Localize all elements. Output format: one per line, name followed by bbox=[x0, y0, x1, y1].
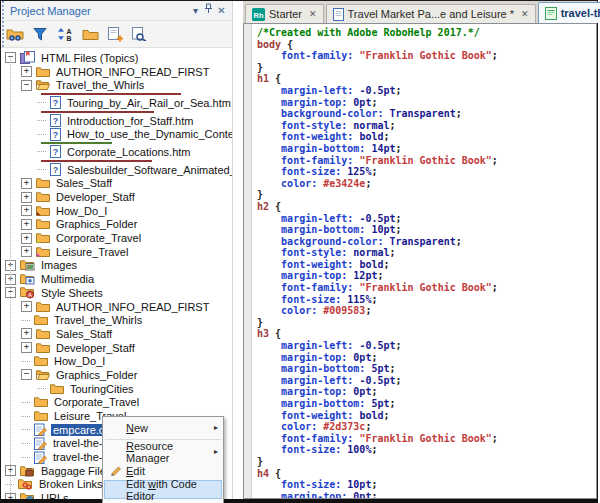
tree-item-how-do-i[interactable]: +How_Do_I bbox=[1, 204, 232, 218]
expand-icon[interactable]: + bbox=[21, 178, 32, 189]
panel-menu-icon[interactable]: ▾ bbox=[189, 2, 202, 19]
urls-icon bbox=[20, 492, 35, 499]
code-editor[interactable]: /*Created with Adobe RoboHelp 2017.*/bod… bbox=[243, 23, 597, 499]
tree-item-label: Developer_Staff bbox=[54, 191, 137, 203]
tree-item-corporate-travel[interactable]: +Corporate_Travel bbox=[1, 231, 232, 245]
tree-item-graphics-folder[interactable]: −Graphics_Folder bbox=[1, 368, 232, 382]
code-line: background-color: Transparent; bbox=[257, 236, 596, 248]
tree-item-label: Sales_Staff bbox=[54, 328, 114, 340]
tree-connector bbox=[21, 429, 30, 430]
tree-item-introduction-for-staff-htm[interactable]: ?Introduction_for_Staff.htm bbox=[1, 114, 232, 128]
tree-item-salesbuilder-software-animated-tour-htm[interactable]: ?Salesbuilder_Software_Animated_Tour.htm bbox=[1, 163, 232, 177]
tree-item-html-files-topics[interactable]: −HTML Files (Topics) bbox=[1, 51, 232, 65]
tree-connector bbox=[37, 151, 46, 152]
tree-item-leisure-travel[interactable]: +Leisure_Travel bbox=[1, 245, 232, 259]
code-line: font-family: "Franklin Gothic Book"; bbox=[257, 433, 596, 445]
tree-item-developer-staff[interactable]: +Developer_Staff bbox=[1, 190, 232, 204]
broken-icon bbox=[18, 478, 33, 490]
tree-item-travel-the-whirls[interactable]: Travel_the_Whirls bbox=[1, 313, 232, 327]
panel-splitter[interactable] bbox=[233, 1, 243, 499]
code-line: margin-top: 0pt; bbox=[257, 386, 596, 398]
folder-icon bbox=[36, 218, 50, 230]
tree-item-how-to-use-the-dynamic-content-filters-htm[interactable]: ?How_to_use_the_Dynamic_Content_Filters.… bbox=[1, 127, 232, 141]
tree-item-author-info-read-first[interactable]: +AUTHOR_INFO_READ_FIRST bbox=[1, 300, 232, 314]
panel-title: Project Manager bbox=[10, 5, 189, 17]
filter-icon[interactable] bbox=[29, 24, 51, 44]
tab-close-icon[interactable]: ✕ bbox=[309, 9, 317, 19]
topic-icon: ? bbox=[50, 96, 61, 109]
new-item-icon[interactable] bbox=[104, 24, 126, 44]
tree-item-style-sheets[interactable]: −AStyle Sheets bbox=[1, 286, 232, 300]
tab-travel-market-pa-e-and-leisure[interactable]: Travel Market Pa...e and Leisure *✕ bbox=[326, 4, 536, 23]
tree-item-sales-staff[interactable]: +Sales_Staff bbox=[1, 177, 232, 191]
tree-item-label: Images bbox=[39, 259, 79, 271]
tree-item-touring-by-air-rail-or-sea-htm[interactable]: ?Touring_by_Air,_Rail_or_Sea.htm bbox=[1, 96, 232, 110]
folder-icon bbox=[36, 177, 50, 189]
close-icon[interactable]: ✕ bbox=[215, 2, 228, 19]
topic-icon: ? bbox=[50, 145, 61, 158]
new-folder-icon[interactable] bbox=[79, 24, 101, 44]
code-line: body { bbox=[257, 39, 596, 51]
tab-close-icon[interactable]: ✕ bbox=[521, 9, 529, 19]
code-line: h4 { bbox=[257, 468, 596, 480]
tree-connector bbox=[21, 402, 30, 403]
expand-icon[interactable]: + bbox=[21, 342, 32, 353]
tab-label: Travel Market Pa...e and Leisure * bbox=[348, 8, 515, 20]
folder-open-icon bbox=[36, 79, 50, 91]
folder-icon bbox=[34, 396, 48, 408]
expand-icon[interactable]: + bbox=[21, 66, 32, 77]
tree-item-author-info-read-first[interactable]: +AUTHOR_INFO_READ_FIRST bbox=[1, 65, 232, 79]
expand-icon[interactable]: + bbox=[21, 233, 32, 244]
tree-item-images[interactable]: +Images bbox=[1, 259, 232, 273]
tree-item-sales-staff[interactable]: +Sales_Staff bbox=[1, 327, 232, 341]
menu-item-label: Resource Manager bbox=[126, 440, 214, 464]
expand-icon[interactable]: + bbox=[21, 205, 32, 216]
folder-icon bbox=[34, 314, 48, 326]
tree-item-label: URLs bbox=[39, 492, 71, 499]
folder-icon bbox=[34, 355, 48, 367]
code-line: } bbox=[257, 62, 596, 74]
tree-item-multimedia[interactable]: +Multimedia bbox=[1, 272, 232, 286]
find-files-icon[interactable] bbox=[129, 24, 151, 44]
expand-icon[interactable]: + bbox=[21, 192, 32, 203]
svg-text:?: ? bbox=[53, 98, 59, 108]
tab-starter[interactable]: RhStarter✕ bbox=[245, 4, 324, 23]
topic-icon: ? bbox=[50, 114, 61, 127]
folder-icon bbox=[36, 191, 50, 203]
menu-item-new[interactable]: New▸ bbox=[104, 418, 222, 437]
tree-item-corporate-travel[interactable]: Corporate_Travel bbox=[1, 396, 232, 410]
tree-item-corporate-locations-htm[interactable]: ?Corporate_Locations.htm bbox=[1, 145, 232, 159]
topic-icon: ? bbox=[50, 128, 61, 141]
tree-item-label: Multimedia bbox=[39, 273, 96, 285]
expand-icon[interactable]: + bbox=[21, 219, 32, 230]
menu-item-resource-manager[interactable]: Resource Manager▸ bbox=[104, 442, 222, 461]
pin-icon[interactable] bbox=[202, 2, 215, 19]
code-line: margin-left: -0.5pt; bbox=[257, 213, 596, 225]
tree-item-label: Graphics_Folder bbox=[54, 369, 139, 381]
project-view-icon[interactable] bbox=[4, 24, 26, 44]
tree-item-travel-the-whirls[interactable]: −Travel_the_Whirls bbox=[1, 78, 232, 92]
tree-item-label: Developer_Staff bbox=[54, 342, 137, 354]
tree-item-label: Graphics_Folder bbox=[54, 218, 139, 230]
svg-text:A: A bbox=[66, 28, 71, 35]
tree-item-label: AUTHOR_INFO_READ_FIRST bbox=[54, 66, 211, 78]
svg-text:?: ? bbox=[53, 116, 59, 126]
tree-item-developer-staff[interactable]: +Developer_Staff bbox=[1, 341, 232, 355]
tree-connector bbox=[21, 416, 30, 417]
expand-icon[interactable]: + bbox=[21, 328, 32, 339]
collapse-icon[interactable]: − bbox=[21, 369, 32, 380]
tab-travel-the-whirls[interactable]: travel-the-whirls✕ bbox=[538, 2, 600, 23]
expand-icon[interactable]: + bbox=[21, 246, 32, 257]
sort-az-icon[interactable]: AB bbox=[54, 24, 76, 44]
svg-text:B: B bbox=[66, 35, 71, 42]
editor-panel: RhStarter✕Travel Market Pa...e and Leisu… bbox=[243, 1, 597, 499]
collapse-icon[interactable]: − bbox=[21, 80, 32, 91]
menu-item-edit-with-code-editor[interactable]: Edit with Code Editor bbox=[104, 480, 222, 499]
code-editor-content[interactable]: /*Created with Adobe RoboHelp 2017.*/bod… bbox=[252, 24, 596, 498]
tree-item-touringcities[interactable]: TouringCities bbox=[1, 382, 232, 396]
code-line: h3 { bbox=[257, 328, 596, 340]
expand-icon[interactable]: + bbox=[21, 301, 32, 312]
tree-item-how-do-i[interactable]: How_Do_I bbox=[1, 354, 232, 368]
annotation-underline bbox=[41, 142, 112, 144]
tree-item-graphics-folder[interactable]: +Graphics_Folder bbox=[1, 218, 232, 232]
